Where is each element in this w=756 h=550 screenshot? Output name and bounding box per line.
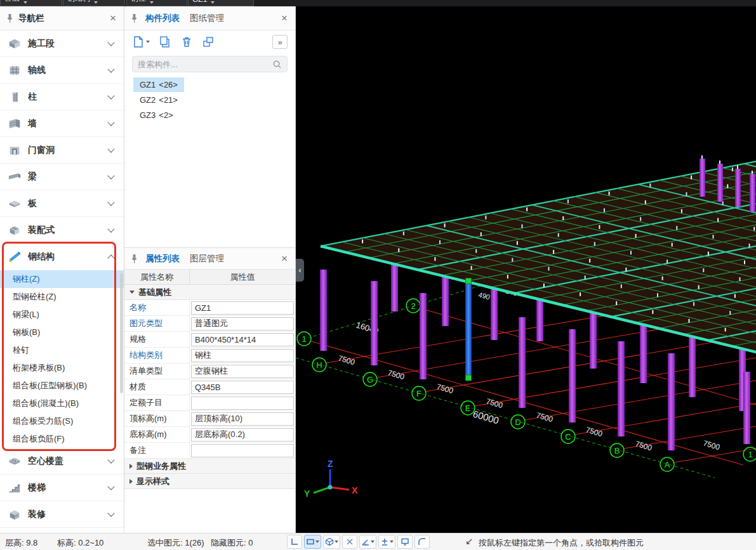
search-icon[interactable] [272,60,282,69]
sidebar-item-wall[interactable]: 墙 [0,110,124,137]
properties-panel: 属性列表 图层管理 × 属性名称 属性值 基础属性 名称GZ1 图元类型普通图元… [124,247,296,533]
viewport-canvas[interactable]: 12HGFEDCBA1 7500750075007500750075007500… [296,6,756,533]
fullscreen-button[interactable] [397,535,413,549]
property-value-input[interactable]: 空腹钢柱 [191,365,294,378]
sidebar-item-decoration[interactable]: 装修 [0,501,124,528]
expand-toolbar-button[interactable]: » [272,35,288,49]
svg-text:7500: 7500 [702,438,721,452]
section-display-style[interactable]: 显示样式 [124,474,295,489]
chevron-down-icon [23,1,27,4]
sidebar-subitem-composite-deck-steel[interactable]: 组合板(压型钢板)(B) [0,377,124,395]
sidebar-subitem-truss-deck[interactable]: 桁架楼承板(B) [0,359,124,377]
sidebar-item-axis[interactable]: 轴线 [0,57,124,84]
property-value-input[interactable]: B400*450*14*14 [191,333,294,346]
sidebar-item-steel-structure[interactable]: 钢结构 [0,244,124,270]
pin-icon[interactable] [131,13,138,23]
sidebar-item-slab[interactable]: 板 [0,190,124,217]
hint-text: 按鼠标左键指定第一个角点，或拾取构件图元 [479,537,644,549]
coordinate-input-button[interactable] [378,535,395,549]
property-value-column-header: 属性值 [190,270,295,284]
selected-steel-column[interactable] [465,278,472,381]
svg-text:7500: 7500 [585,425,604,438]
axes-tool-button[interactable] [287,535,302,549]
property-row-bottom-elevation: 底标高(m)层底标高(0.2) [124,427,295,443]
column-icon [8,90,22,104]
sidebar-subitem-steel-beam[interactable]: 钢梁(L) [0,306,124,324]
sidebar-subitem-composite-rebar-f[interactable]: 组合板负筋(F) [0,430,124,448]
component-list: GZ1<26> GZ2<21> GZ3<2> [133,77,295,122]
tab-property-list[interactable]: 属性列表 [143,253,182,265]
close-icon[interactable]: × [280,13,289,23]
beam-icon [8,170,22,184]
component-name: GZ2 [140,95,156,105]
svg-text:7500: 7500 [337,353,356,367]
sidebar-item-label: 钢结构 [28,251,109,263]
property-row-quota-item: 定额子目 [124,395,295,411]
sidebar-subitem-steel-plate[interactable]: 钢板(B) [0,324,124,341]
type-select-dropdown[interactable]: 钢柱 [126,0,187,6]
collapse-panel-button[interactable]: ‹ [296,259,304,282]
sidebar-subitem-steel-column[interactable]: 钢柱(Z) [0,270,124,288]
triangle-right-icon [129,464,133,469]
chevron-down-icon [390,540,394,543]
fillet-tool-button[interactable] [414,535,430,549]
close-icon[interactable]: × [280,253,289,264]
pin-icon[interactable] [6,13,13,23]
view-cube-button[interactable] [323,535,340,549]
property-value-input[interactable] [191,444,294,457]
property-value-input[interactable]: 钢柱 [191,349,294,362]
property-value-input[interactable]: 层底标高(0.2) [191,428,294,442]
navigation-panel-header: 导航栏 × [0,6,124,30]
list-item-gz2[interactable]: GZ2<21> [133,93,184,107]
property-value-input[interactable]: 层顶标高(10) [191,412,294,426]
new-component-button[interactable] [132,36,150,48]
list-item-gz1[interactable]: GZ1<26> [133,77,184,92]
chevron-down-icon [107,92,114,99]
sidebar-subitem-stud[interactable]: 栓钉 [0,341,124,359]
sidebar-item-stairs[interactable]: 楼梯 [0,475,124,501]
pin-icon[interactable] [131,254,138,264]
decoration-icon [8,507,22,521]
close-icon[interactable]: × [109,13,117,23]
orientation-triad: Z X Y [304,459,358,499]
list-item-gz3[interactable]: GZ3<2> [133,108,180,122]
property-value-input[interactable]: 普通图元 [191,317,294,331]
property-value-input[interactable]: Q345B [191,381,294,394]
sidebar-item-construction-segment[interactable]: 施工段 [0,30,124,57]
sidebar-item-hollow-floor[interactable]: 空心楼盖 [0,448,124,475]
interlayer-copy-button[interactable] [202,36,215,48]
chevron-down-icon [335,540,338,543]
angle-tool-button[interactable] [359,535,376,549]
delete-component-button[interactable] [180,36,193,48]
triangle-down-icon [129,291,135,294]
rect-select-button[interactable] [304,535,321,549]
sidebar-subitem-composite-rebar-s[interactable]: 组合板受力筋(S) [0,412,124,430]
floor-select-dropdown[interactable]: 首层 [0,0,62,6]
tab-layer-management[interactable]: 图层管理 [187,253,227,265]
copy-component-button[interactable] [159,36,171,48]
sidebar-subitem-composite-deck-concrete[interactable]: 组合板(混凝土)(B) [0,395,124,412]
cancel-tool-button[interactable] [342,535,357,549]
nav-scrollbar[interactable] [120,273,123,393]
category-select-dropdown[interactable]: 钢结构 [63,0,125,6]
slab-icon [8,197,22,211]
search-input[interactable] [138,60,272,69]
navigation-panel: 导航栏 × 施工段 轴线 柱 墙 门窗洞 梁 板 [0,6,124,533]
property-value-input[interactable]: GZ1 [191,301,294,315]
property-row-spec: 规格B400*450*14*14 [124,332,295,348]
sidebar-item-prefab[interactable]: 装配式 [0,217,124,244]
section-basic-properties[interactable]: 基础属性 [124,285,295,300]
triad-x-label: X [352,485,358,495]
property-value-input[interactable] [191,396,294,410]
sidebar-item-column[interactable]: 柱 [0,84,124,110]
viewport-3d[interactable]: 12HGFEDCBA1 7500750075007500750075007500… [296,6,756,533]
section-steel-business-properties[interactable]: 型钢业务属性 [124,459,295,474]
sidebar-item-opening[interactable]: 门窗洞 [0,137,124,164]
sidebar-item-beam[interactable]: 梁 [0,164,124,190]
element-select-dropdown[interactable]: GZ1 [188,0,254,6]
svg-text:D: D [515,417,521,427]
tab-drawing-management[interactable]: 图纸管理 [187,13,227,24]
tab-component-list[interactable]: 构件列表 [143,13,182,24]
component-panel-header: 构件列表 图纸管理 × [124,6,295,30]
sidebar-subitem-src-column[interactable]: 型钢砼柱(Z) [0,288,124,306]
